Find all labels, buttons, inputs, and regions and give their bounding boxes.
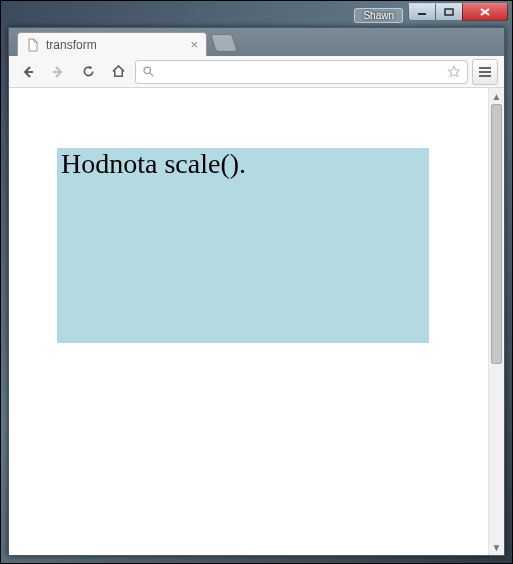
window-minimize-button[interactable]	[408, 3, 436, 21]
svg-rect-1	[445, 9, 453, 15]
reload-button[interactable]	[75, 59, 101, 85]
tab-close-button[interactable]: ×	[190, 37, 198, 52]
scroll-down-button[interactable]: ▼	[489, 539, 504, 555]
forward-button[interactable]	[45, 59, 71, 85]
close-icon	[479, 7, 491, 17]
back-button[interactable]	[15, 59, 41, 85]
browser-window: transform ×	[8, 27, 505, 556]
svg-rect-9	[479, 71, 491, 73]
file-icon	[26, 38, 40, 52]
chrome-menu-button[interactable]	[472, 59, 498, 85]
page-content: Hodnota scale().	[9, 88, 488, 555]
arrow-left-icon	[20, 64, 36, 80]
scroll-up-button[interactable]: ▲	[489, 88, 504, 104]
tab-strip: transform ×	[9, 28, 504, 56]
svg-point-6	[144, 67, 151, 74]
browser-toolbar	[9, 56, 504, 88]
bookmark-star-icon[interactable]	[447, 65, 461, 79]
window-maximize-button[interactable]	[435, 3, 463, 21]
svg-rect-10	[479, 75, 491, 77]
user-badge: Shawn	[354, 8, 403, 23]
address-input[interactable]	[161, 64, 441, 79]
svg-line-7	[150, 73, 153, 76]
window-frame: Shawn transform ×	[0, 0, 513, 564]
search-icon	[142, 65, 155, 78]
minimize-icon	[417, 8, 427, 16]
browser-viewport: Hodnota scale(). ▲ ▼	[9, 88, 504, 555]
home-button[interactable]	[105, 59, 131, 85]
arrow-right-icon	[50, 64, 66, 80]
svg-rect-0	[418, 13, 426, 15]
reload-icon	[81, 64, 96, 79]
vertical-scrollbar[interactable]: ▲ ▼	[488, 88, 504, 555]
demo-text: Hodnota scale().	[61, 148, 425, 180]
tab-title: transform	[46, 38, 184, 52]
scroll-thumb[interactable]	[491, 104, 502, 364]
new-tab-button[interactable]	[210, 34, 238, 52]
svg-rect-8	[479, 67, 491, 69]
browser-tab[interactable]: transform ×	[17, 32, 207, 56]
maximize-icon	[444, 8, 454, 16]
address-bar[interactable]	[135, 60, 468, 84]
home-icon	[111, 64, 126, 79]
hamburger-icon	[478, 66, 492, 78]
window-titlebar: Shawn	[1, 1, 512, 27]
demo-box: Hodnota scale().	[57, 148, 429, 343]
window-close-button[interactable]	[462, 3, 508, 21]
